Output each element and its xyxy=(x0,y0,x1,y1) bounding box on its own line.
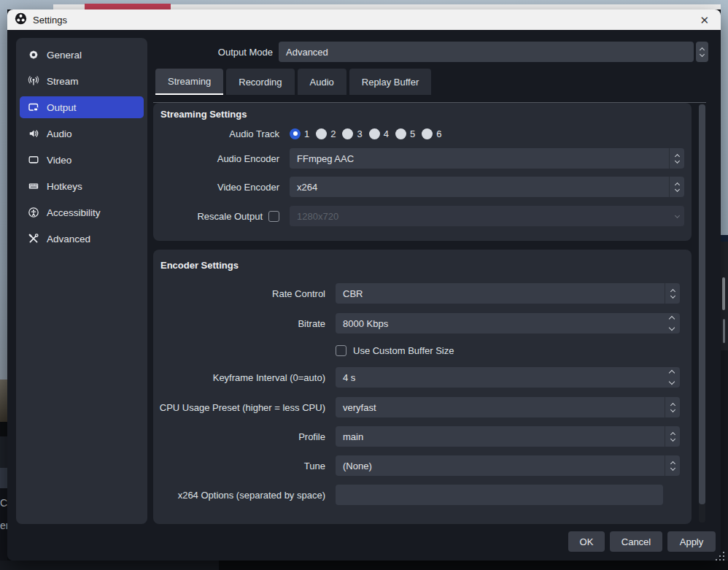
ok-button[interactable]: OK xyxy=(568,531,605,552)
audio-track-option-1[interactable]: 1 xyxy=(290,128,309,139)
output-mode-select[interactable]: Advanced xyxy=(279,42,708,62)
audio-track-option-3[interactable]: 3 xyxy=(342,128,362,139)
video-encoder-value: x264 xyxy=(290,182,669,193)
rate-control-label: Rate Control xyxy=(153,288,336,299)
tab-recording[interactable]: Recording xyxy=(226,69,294,95)
audio-track-option-6[interactable]: 6 xyxy=(422,128,441,139)
background-fragment xyxy=(0,422,7,436)
keyframe-interval-row: Keyframe Interval (0=auto) 4 s xyxy=(153,367,692,388)
spinner-icon[interactable] xyxy=(670,183,684,191)
bitrate-spinbox[interactable]: 8000 Kbps xyxy=(336,313,680,334)
scrollbar-thumb[interactable] xyxy=(699,104,705,504)
audio-track-option-4[interactable]: 4 xyxy=(369,128,389,139)
streaming-settings-panel: Streaming Settings Audio Track 1 2 xyxy=(153,103,692,241)
audio-track-radio-group: 1 2 3 4 xyxy=(290,128,448,139)
cpu-usage-preset-row: CPU Usage Preset (higher = less CPU) ver… xyxy=(153,397,692,417)
audio-track-option-5[interactable]: 5 xyxy=(395,128,415,139)
cpu-usage-preset-label: CPU Usage Preset (higher = less CPU) xyxy=(153,402,336,413)
settings-content: General Stream xyxy=(7,30,721,561)
chevron-up-icon xyxy=(669,316,675,322)
desktop-sky-left xyxy=(0,9,7,380)
cpu-usage-preset-select[interactable]: veryfast xyxy=(336,397,680,417)
radio-icon[interactable] xyxy=(395,128,406,139)
video-encoder-label: Video Encoder xyxy=(153,182,290,193)
radio-icon[interactable] xyxy=(316,128,327,139)
video-encoder-select[interactable]: x264 xyxy=(290,177,684,197)
output-tabs: Streaming Recording Audio Replay Buffer xyxy=(155,69,431,95)
sidebar-item-advanced[interactable]: Advanced xyxy=(20,228,144,250)
rate-control-select[interactable]: CBR xyxy=(336,283,680,304)
x264-options-input[interactable] xyxy=(336,485,663,505)
tune-label: Tune xyxy=(153,461,336,471)
sidebar-item-label: Hotkeys xyxy=(47,181,82,192)
rescale-resolution-value: 1280x720 xyxy=(290,211,670,222)
sidebar-item-general[interactable]: General xyxy=(20,44,144,66)
title-bar[interactable]: Settings ✕ xyxy=(7,9,721,30)
output-mode-value: Advanced xyxy=(286,47,328,58)
background-fragment xyxy=(0,436,7,468)
close-button[interactable]: ✕ xyxy=(695,13,713,27)
settings-window: Settings ✕ General xyxy=(7,9,721,561)
tune-row: Tune (None) xyxy=(153,455,692,476)
spinner-icon[interactable] xyxy=(670,155,684,163)
radio-icon[interactable] xyxy=(422,128,433,139)
sidebar-item-video[interactable]: Video xyxy=(20,149,144,171)
resize-grip-icon[interactable] xyxy=(713,551,726,565)
tab-replay-buffer[interactable]: Replay Buffer xyxy=(349,69,432,95)
sidebar-item-label: General xyxy=(47,50,82,61)
rescale-resolution-select[interactable]: 1280x720 xyxy=(290,206,684,226)
radio-icon[interactable] xyxy=(342,128,353,139)
sidebar-item-accessibility[interactable]: Accessibility xyxy=(20,201,144,223)
chevron-down-icon xyxy=(669,379,675,385)
custom-buffer-label: Use Custom Buffer Size xyxy=(353,345,454,356)
obs-logo-icon xyxy=(15,12,27,28)
rescale-output-checkbox[interactable] xyxy=(268,211,279,222)
radio-checked-icon[interactable] xyxy=(290,128,301,139)
sidebar-item-stream[interactable]: Stream xyxy=(20,70,144,92)
keyframe-interval-spinbox[interactable]: 4 s xyxy=(336,367,680,388)
spinner-icon[interactable] xyxy=(664,367,680,388)
accessibility-icon xyxy=(27,207,39,219)
audio-track-option-2[interactable]: 2 xyxy=(316,128,336,139)
tune-select[interactable]: (None) xyxy=(336,455,680,476)
rate-control-value: CBR xyxy=(336,288,665,299)
output-mode-row: Output Mode Advanced xyxy=(153,42,708,62)
keyboard-icon xyxy=(27,180,39,193)
x264-options-row: x264 Options (separated by space) xyxy=(153,485,692,505)
rescale-output-row: Rescale Output 1280x720 xyxy=(153,206,692,226)
chevron-down-icon xyxy=(670,407,675,412)
background-fragment xyxy=(723,319,725,343)
apply-button[interactable]: Apply xyxy=(667,531,716,552)
desktop-ground-left xyxy=(0,380,7,422)
profile-select[interactable]: main xyxy=(336,426,680,447)
chevron-down-icon xyxy=(674,186,679,191)
custom-buffer-checkbox[interactable] xyxy=(336,345,346,356)
profile-label: Profile xyxy=(153,431,336,442)
spinner-icon[interactable] xyxy=(665,404,680,412)
audio-track-row: Audio Track 1 2 3 xyxy=(153,126,692,141)
sidebar-item-output[interactable]: Output xyxy=(20,96,144,118)
spinner-icon[interactable] xyxy=(665,290,680,298)
chevron-down-icon xyxy=(669,325,675,331)
sidebar-item-audio[interactable]: Audio xyxy=(20,123,144,145)
radio-label: 5 xyxy=(410,128,415,139)
custom-buffer-row: Use Custom Buffer Size xyxy=(153,343,692,358)
sidebar-item-hotkeys[interactable]: Hotkeys xyxy=(20,175,144,197)
audio-encoder-select[interactable]: FFmpeg AAC xyxy=(290,148,684,169)
desktop-sky-right xyxy=(721,9,728,235)
cancel-button[interactable]: Cancel xyxy=(610,531,662,552)
rescale-output-label: Rescale Output xyxy=(197,211,263,222)
spinner-icon[interactable] xyxy=(696,42,708,62)
tab-audio[interactable]: Audio xyxy=(298,69,346,95)
video-encoder-row: Video Encoder x264 xyxy=(153,177,692,197)
radio-icon[interactable] xyxy=(369,128,380,139)
tab-streaming[interactable]: Streaming xyxy=(155,69,223,95)
bitrate-label: Bitrate xyxy=(153,318,336,329)
radio-label: 2 xyxy=(330,128,336,139)
spinner-icon[interactable] xyxy=(664,313,680,334)
window-title: Settings xyxy=(33,15,67,26)
spinner-icon[interactable] xyxy=(665,433,680,441)
background-fragment xyxy=(722,277,725,310)
chevron-down-icon xyxy=(670,465,675,470)
spinner-icon[interactable] xyxy=(665,462,680,470)
